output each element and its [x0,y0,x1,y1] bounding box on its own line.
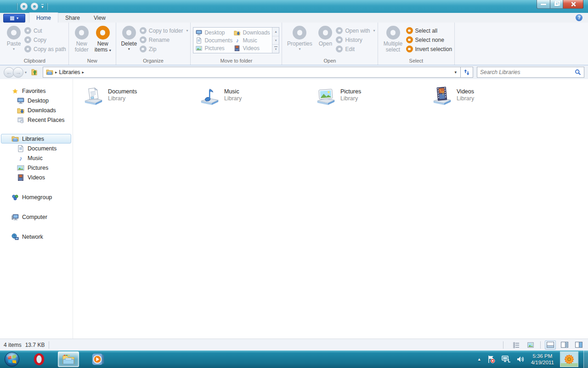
sidebar-item-pictures[interactable]: Pictures [0,163,73,172]
large-icons-view-button[interactable] [525,340,536,350]
edit-button[interactable]: Edit [336,46,375,52]
open-with-icon [336,27,343,34]
close-button[interactable] [563,0,583,9]
layout-details-pane-button[interactable] [559,340,570,350]
up-one-level-button[interactable] [29,67,40,77]
layout-pane-off-button[interactable] [545,340,556,350]
opera-taskbar-icon[interactable] [32,352,46,366]
taskbar: ▲ 5:36 PM 4/19/2011 [0,351,588,368]
file-menu-button[interactable]: ▾ [3,14,25,23]
tab-view[interactable]: View [87,13,113,23]
address-bar[interactable]: ▸ Libraries ▸ ▾ [43,67,461,78]
move-to-downloads-button[interactable]: Downloads [234,29,272,36]
sidebar-item-libraries[interactable]: Libraries [1,134,71,144]
new-folder-button[interactable]: New folder [71,24,92,58]
refresh-button[interactable] [461,67,473,78]
sidebar-item-desktop[interactable]: Desktop [0,96,73,105]
move-to-pictures-button[interactable]: Pictures [196,44,234,52]
network-tray-icon[interactable] [501,355,511,364]
back-arrow-icon: ← [6,69,12,76]
customize-qat-chevron-icon[interactable]: ▾ [41,4,44,9]
tab-home[interactable]: Home [29,12,58,23]
gallery-scroll-down-button[interactable]: ▾ [272,36,279,45]
move-to-videos-button[interactable]: Videos [234,44,272,52]
gallery-scroll-up-button[interactable]: ▲ [272,28,279,36]
sidebar-item-computer[interactable]: Computer [0,212,73,222]
picture-icon [17,164,24,172]
sidebar-item-downloads[interactable]: Downloads [0,105,73,115]
explorer-window: ▾ ▾ Home Share View ? Paste ▾ [0,0,588,368]
search-icon[interactable] [575,69,581,75]
copy-as-path-icon [24,46,31,52]
delete-button[interactable]: Delete ▾ [119,24,140,58]
sidebar-item-documents[interactable]: Documents [0,144,73,153]
invert-selection-button[interactable]: Invert selection [406,46,452,52]
windows-start-icon [4,351,20,368]
ribbon: Paste ▾ Cut Copy Copy as path Clipboard [0,23,588,65]
show-desktop-button[interactable] [583,351,588,368]
new-items-button[interactable]: New items ▾ [92,24,113,58]
open-with-button[interactable]: Open with▾ [336,27,375,34]
copy-as-path-button[interactable]: Copy as path [24,46,66,52]
sidebar-item-homegroup[interactable]: Homegroup [0,192,73,202]
address-dropdown-chevron-icon[interactable]: ▾ [452,70,458,75]
breadcrumb-arrow-icon[interactable]: ▸ [82,70,85,75]
forward-button[interactable]: → [13,67,23,78]
qat-button-1-icon[interactable] [20,3,28,10]
paste-icon [7,26,21,40]
move-to-music-button[interactable]: ♪ Music [234,36,272,44]
library-tile-videos[interactable]: Videos Library [431,86,548,107]
show-hidden-icons-chevron-icon[interactable]: ▲ [477,357,481,362]
file-list: Documents Library Music Library [73,79,588,339]
properties-button[interactable]: Properties ▾ [284,24,315,58]
select-all-button[interactable]: Select all [406,27,452,34]
volume-tray-icon[interactable] [516,355,525,364]
library-tile-music[interactable]: Music Library [199,86,315,107]
media-player-taskbar-icon[interactable] [91,352,105,366]
sidebar-item-network[interactable]: Network [0,232,73,242]
rename-button[interactable]: Rename [140,36,188,43]
minimize-button[interactable] [537,0,550,9]
search-input[interactable] [480,69,575,75]
library-tile-pictures[interactable]: Pictures Library [315,86,431,107]
layout-preview-pane-button[interactable] [573,340,584,350]
sidebar-item-videos[interactable]: Videos [0,172,73,182]
cut-button[interactable]: Cut [24,27,66,34]
divider [540,341,541,349]
open-button[interactable]: Open [315,24,336,58]
chevron-down-icon: ▾ [275,39,277,42]
explorer-taskbar-button[interactable] [58,351,79,367]
edit-icon [336,46,343,52]
forward-arrow-icon: → [15,69,21,76]
recent-pages-chevron-icon[interactable]: ▾ [25,70,27,75]
divider [47,3,47,10]
qat-button-2-icon[interactable] [31,3,38,10]
paste-button[interactable]: Paste ▾ [3,24,24,58]
pane-layout-2-icon [561,342,568,348]
gallery-expand-button[interactable]: ▾ [272,45,279,53]
restore-button[interactable] [550,0,563,9]
sidebar-item-favorites[interactable]: ★ Favorites [0,86,73,96]
history-button[interactable]: History [336,36,375,43]
libraries-icon [11,135,19,143]
library-tile-documents[interactable]: Documents Library [83,86,199,107]
multiple-select-button[interactable]: Multiple select [380,24,406,58]
details-view-button[interactable] [511,340,522,350]
select-none-button[interactable]: Select none [406,36,452,43]
action-center-flag-icon[interactable] [486,355,496,364]
picture-icon [196,45,202,52]
move-to-desktop-button[interactable]: Desktop [196,29,234,36]
taskbar-clock[interactable]: 5:36 PM 4/19/2011 [531,353,554,366]
start-button[interactable] [3,351,21,368]
zip-button[interactable]: Zip [140,46,188,52]
sidebar-item-music[interactable]: ♪ Music [0,153,73,163]
breadcrumb-arrow-icon[interactable]: ▸ [55,70,57,75]
move-to-documents-button[interactable]: Documents [196,36,234,44]
tab-share[interactable]: Share [58,13,87,23]
copy-button[interactable]: Copy [24,36,66,43]
sidebar-item-recent-places[interactable]: Recent Places [0,115,73,125]
chevron-down-icon: ▾ [299,47,300,51]
help-icon[interactable]: ? [576,14,582,21]
copy-to-folder-button[interactable]: Copy to folder▾ [140,27,188,34]
breadcrumb-location[interactable]: Libraries [59,69,80,75]
